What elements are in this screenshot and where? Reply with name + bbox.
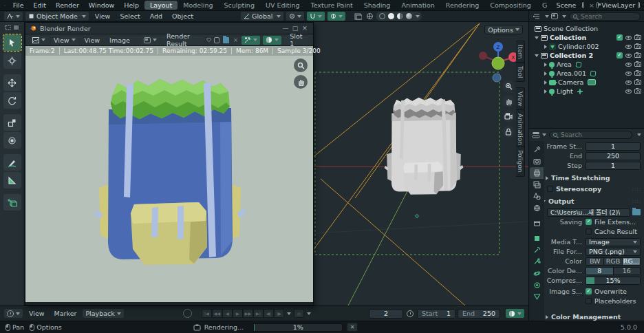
slot-selector[interactable]: Slot 1	[284, 36, 309, 45]
workspace-tab-sculpting[interactable]: Sculpting	[219, 1, 260, 10]
image-editor-type-button[interactable]	[30, 36, 48, 45]
viewlayer-selector[interactable]: ViewLayer	[599, 1, 638, 9]
frame-end-field[interactable]: End250	[458, 309, 500, 319]
tab-output[interactable]	[530, 167, 544, 179]
sidebar-tab-view[interactable]: View	[516, 87, 525, 110]
outliner-row-area001[interactable]: Area.001	[529, 69, 644, 78]
media-type-dropdown[interactable]: Image	[586, 238, 641, 246]
tab-collection[interactable]	[530, 217, 544, 229]
placeholders-checkbox[interactable]	[586, 298, 592, 304]
pivot-point-selector[interactable]	[286, 12, 304, 21]
current-frame-field[interactable]: 2	[369, 309, 403, 319]
shading-material-icon[interactable]	[397, 13, 403, 19]
eye-icon[interactable]	[625, 54, 632, 58]
tab-data[interactable]	[530, 291, 544, 303]
shading-rendered-icon[interactable]	[406, 13, 412, 19]
properties-filter-dropdown[interactable]	[637, 133, 641, 136]
tab-tool[interactable]	[530, 144, 544, 155]
frame-start-field[interactable]: 1	[586, 142, 641, 151]
menu-render[interactable]: Render	[51, 1, 84, 9]
tool-measure[interactable]	[3, 172, 21, 189]
snap-toggle[interactable]	[307, 12, 325, 21]
jump-to-end-button[interactable]: ▶|	[253, 309, 264, 318]
viewport-camera-view-button[interactable]	[502, 110, 515, 122]
auto-keying-record-icon[interactable]	[183, 309, 192, 318]
tab-world[interactable]	[530, 202, 544, 214]
step-field[interactable]: 1	[586, 162, 641, 170]
eye-icon[interactable]	[625, 45, 632, 49]
keying-set-button[interactable]: ◎	[294, 309, 304, 318]
tab-constraints[interactable]	[530, 279, 544, 291]
image-datablock-icon-button[interactable]	[141, 36, 160, 45]
eye-icon[interactable]	[625, 89, 632, 94]
sidebar-tab-tool[interactable]: Tool	[516, 62, 525, 82]
properties-search[interactable]	[549, 131, 632, 139]
maximize-button[interactable]: □	[290, 25, 300, 32]
frame-start-field[interactable]: Start1	[417, 309, 455, 319]
image-datablock-selector[interactable]: Render Result	[162, 36, 204, 45]
stereoscopy-checkbox[interactable]	[547, 186, 553, 192]
next-keyframe-button[interactable]: ▶▶	[243, 309, 253, 318]
collection-checkbox[interactable]	[616, 52, 623, 58]
render-window[interactable]: Blender Render — □ ✕ View View Image Ren…	[25, 22, 314, 305]
workspace-tab-shading[interactable]: Shading	[358, 1, 396, 10]
close-button[interactable]: ✕	[300, 25, 310, 32]
expand-icon[interactable]	[544, 80, 547, 85]
unlink-image-icon[interactable]: ×	[231, 36, 241, 43]
viewport-pan-button[interactable]	[502, 95, 515, 107]
viewport-zoom-button[interactable]	[502, 80, 515, 92]
sidebar-tab-item[interactable]: Item	[516, 41, 525, 63]
overwrite-checkbox[interactable]	[586, 288, 592, 294]
keying-dropdown[interactable]	[307, 312, 311, 315]
properties-search-input[interactable]	[559, 131, 608, 139]
menu-help[interactable]: Help	[119, 1, 144, 9]
fake-user-icon[interactable]	[206, 36, 211, 43]
play-reverse-button[interactable]: ◀	[222, 309, 233, 318]
viewport-menu-select[interactable]: Select	[115, 12, 144, 20]
tool-annotate[interactable]	[3, 154, 21, 171]
render-pass-button[interactable]	[242, 36, 260, 45]
tool-add-primitive[interactable]	[3, 194, 21, 211]
outliner-filter-dropdown[interactable]	[562, 15, 566, 18]
playback-sync-icon[interactable]	[407, 310, 414, 317]
properties-editor-dropdown[interactable]	[542, 133, 546, 136]
tool-scale[interactable]	[3, 114, 21, 131]
menu-window[interactable]: Window	[84, 1, 119, 9]
tool-transform[interactable]	[3, 132, 21, 149]
camera-visibility-icon[interactable]	[634, 53, 641, 58]
tool-settings-icon[interactable]	[13, 25, 19, 30]
shading-dropdown[interactable]	[416, 15, 420, 18]
frame-end-field[interactable]: 250	[586, 152, 641, 160]
tab-physics[interactable]	[530, 268, 544, 279]
minimize-button[interactable]: —	[281, 25, 290, 32]
tab-object[interactable]	[530, 233, 544, 244]
compression-slider[interactable]: 15%	[586, 277, 641, 285]
render-result-image[interactable]	[25, 56, 313, 302]
tool-select-box[interactable]	[3, 34, 21, 51]
render-menu-view[interactable]: View	[80, 36, 105, 44]
output-path-field[interactable]: C:\Users\u...새 폴더 (2)\	[547, 208, 630, 217]
blender-logo-icon[interactable]	[4, 1, 6, 10]
render-menu-image[interactable]: Image	[105, 36, 135, 44]
outliner-display-mode-icon[interactable]	[533, 13, 541, 20]
eye-icon[interactable]	[625, 72, 632, 76]
outliner-row-camera[interactable]: Camera	[529, 78, 644, 87]
outliner-search-input[interactable]	[579, 12, 627, 21]
overlays-toggle-icon[interactable]	[366, 12, 374, 20]
view-mode-selector[interactable]: View	[51, 36, 78, 45]
timeline-editor-type-button[interactable]	[4, 309, 23, 318]
image-zoom-button[interactable]	[294, 58, 308, 72]
tool-cursor[interactable]	[3, 52, 21, 69]
outliner-row-area[interactable]: Area	[529, 60, 644, 69]
eye-icon[interactable]	[625, 63, 632, 67]
image-pan-button[interactable]	[294, 75, 308, 89]
prev-frame-button[interactable]: ◀|	[264, 309, 274, 318]
gizmos-toggle-icon[interactable]	[354, 13, 362, 20]
output-section[interactable]: Output ::::	[541, 197, 644, 206]
panel-grip[interactable]: ::::	[632, 186, 641, 192]
proportional-edit-toggle[interactable]	[328, 12, 345, 21]
tab-particles[interactable]	[530, 256, 544, 268]
workspace-tab-truncated[interactable]: G	[537, 1, 552, 10]
tab-modifiers[interactable]	[530, 244, 544, 256]
color-rgba-option[interactable]: RG...	[623, 258, 640, 265]
